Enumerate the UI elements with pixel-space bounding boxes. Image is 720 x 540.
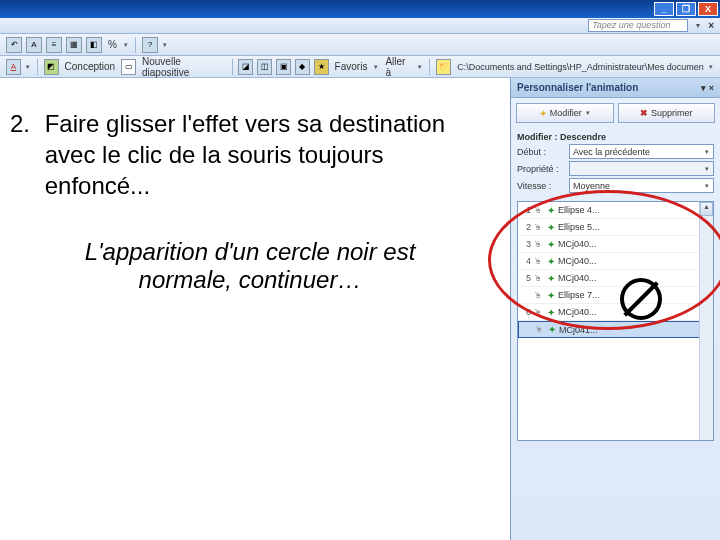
favorites-button[interactable]: Favoris bbox=[333, 61, 370, 72]
animation-list[interactable]: 1 🖱 ✦ Ellipse 4... 2 🖱 ✦ Ellipse 5... 3 … bbox=[517, 201, 714, 441]
chevron-down-icon: ▾ bbox=[704, 165, 710, 173]
close-button[interactable]: X bbox=[698, 2, 718, 16]
delete-x-icon: ✖ bbox=[640, 108, 648, 118]
animation-task-pane: Personnaliser l'animation ▾ × ✦ Modifier… bbox=[510, 78, 720, 540]
list-scrollbar[interactable]: ▲ bbox=[699, 202, 713, 440]
modify-label: Modifier bbox=[550, 108, 582, 118]
chevron-down-icon: ▾ bbox=[704, 182, 710, 190]
speed-row: Vitesse : Moyenne ▾ bbox=[517, 178, 714, 193]
effect-star-icon: ✦ bbox=[547, 222, 555, 233]
start-value: Avec la précédente bbox=[573, 147, 650, 157]
undo-icon[interactable]: ↶ bbox=[6, 37, 22, 53]
font-color-icon[interactable]: A bbox=[6, 59, 21, 75]
list-item[interactable]: 1 🖱 ✦ Ellipse 4... bbox=[518, 202, 713, 219]
font-color-dropdown-icon[interactable]: ▾ bbox=[25, 63, 31, 71]
file-path: C:\Documents and Settings\HP_Administrat… bbox=[455, 62, 704, 72]
start-select[interactable]: Avec la précédente ▾ bbox=[569, 144, 714, 159]
tb-icon-2[interactable]: ◫ bbox=[257, 59, 272, 75]
toolbar-separator bbox=[429, 59, 430, 75]
list-item-selected[interactable]: 🖱 ✦ MCj041... ▾ bbox=[518, 321, 713, 338]
new-slide-button[interactable]: Nouvelle diapositive bbox=[140, 56, 226, 78]
item-number: 2 bbox=[521, 222, 531, 232]
tb-icon-4[interactable]: ◆ bbox=[295, 59, 310, 75]
modify-star-icon: ✦ bbox=[539, 108, 547, 119]
path-dropdown-icon[interactable]: ▾ bbox=[708, 63, 714, 71]
new-slide-icon[interactable]: ▭ bbox=[121, 59, 136, 75]
folder-icon[interactable]: 📁 bbox=[436, 59, 451, 75]
font-icon[interactable]: A bbox=[26, 37, 42, 53]
help-dropdown-icon[interactable]: ▾ bbox=[696, 21, 700, 30]
task-pane-close-icon[interactable]: × bbox=[709, 83, 714, 93]
task-pane-title: Personnaliser l'animation bbox=[517, 82, 638, 93]
toolbar-overflow-icon[interactable]: ▾ bbox=[162, 41, 168, 49]
list-item[interactable]: 5 🖱 ✦ MCj040... bbox=[518, 270, 713, 287]
task-pane-buttons: ✦ Modifier ▾ ✖ Supprimer bbox=[511, 98, 720, 128]
tb-icon-3[interactable]: ▣ bbox=[276, 59, 291, 75]
list-item[interactable]: 3 🖱 ✦ MCj040... bbox=[518, 236, 713, 253]
task-pane-controls: ▾ × bbox=[701, 82, 714, 93]
design-button[interactable]: Conception bbox=[63, 61, 118, 72]
effect-star-icon: ✦ bbox=[547, 307, 555, 318]
help-icon[interactable]: ? bbox=[142, 37, 158, 53]
modify-effect-button[interactable]: ✦ Modifier ▾ bbox=[516, 103, 614, 123]
toolbar-separator bbox=[135, 37, 136, 53]
scroll-up-icon[interactable]: ▲ bbox=[700, 202, 713, 216]
effect-properties: Modifier : Descendre Début : Avec la pré… bbox=[511, 128, 720, 197]
delete-effect-button[interactable]: ✖ Supprimer bbox=[618, 103, 716, 123]
no-drop-cursor-icon bbox=[620, 278, 662, 320]
slide-content: 2. Faire glisser l'effet vers sa destina… bbox=[0, 78, 510, 540]
help-question-bar: Tapez une question ▾ × bbox=[0, 18, 720, 34]
instruction-step: 2. Faire glisser l'effet vers sa destina… bbox=[10, 108, 500, 202]
maximize-button[interactable]: ❐ bbox=[676, 2, 696, 16]
layout-icon[interactable]: ◧ bbox=[86, 37, 102, 53]
modify-dropdown-icon: ▾ bbox=[585, 109, 591, 117]
list-item[interactable]: 🖱 ✦ Ellipse 7... bbox=[518, 287, 713, 304]
help-question-input[interactable]: Tapez une question bbox=[588, 19, 688, 32]
start-row: Début : Avec la précédente ▾ bbox=[517, 144, 714, 159]
effect-star-icon: ✦ bbox=[547, 256, 555, 267]
main-area: 2. Faire glisser l'effet vers sa destina… bbox=[0, 78, 720, 540]
main-toolbar: A ▾ ◩ Conception ▭ Nouvelle diapositive … bbox=[0, 56, 720, 78]
mouse-icon: 🖱 bbox=[534, 291, 544, 300]
effect-star-icon: ✦ bbox=[547, 290, 555, 301]
help-close-icon[interactable]: × bbox=[708, 20, 714, 31]
mouse-icon: 🖱 bbox=[534, 274, 544, 283]
speed-label: Vitesse : bbox=[517, 181, 565, 191]
speed-value: Moyenne bbox=[573, 181, 610, 191]
toolbar-separator bbox=[232, 59, 233, 75]
goto-dropdown-icon[interactable]: ▾ bbox=[417, 63, 423, 71]
goto-button[interactable]: Aller à bbox=[383, 56, 413, 78]
zoom-dropdown-icon[interactable]: ▾ bbox=[123, 41, 129, 49]
favorites-dropdown-icon[interactable]: ▾ bbox=[373, 63, 379, 71]
item-number: 5 bbox=[521, 273, 531, 283]
item-number: 1 bbox=[521, 205, 531, 215]
speed-select[interactable]: Moyenne ▾ bbox=[569, 178, 714, 193]
window-titlebar: _ ❐ X bbox=[0, 0, 720, 18]
align-icon[interactable]: ≡ bbox=[46, 37, 62, 53]
list-item[interactable]: 2 🖱 ✦ Ellipse 5... bbox=[518, 219, 713, 236]
effect-star-icon: ✦ bbox=[548, 324, 556, 335]
list-item[interactable]: 6 🖱 ✦ MCj040... bbox=[518, 304, 713, 321]
tb-icon-1[interactable]: ◪ bbox=[238, 59, 253, 75]
design-icon[interactable]: ◩ bbox=[44, 59, 59, 75]
item-number: 6 bbox=[521, 307, 531, 317]
list-item[interactable]: 4 🖱 ✦ MCj040... bbox=[518, 253, 713, 270]
item-name: MCj040... bbox=[558, 239, 710, 249]
item-name: MCj040... bbox=[558, 256, 710, 266]
chevron-down-icon: ▾ bbox=[704, 148, 710, 156]
property-select: ▾ bbox=[569, 161, 714, 176]
task-pane-dropdown-icon[interactable]: ▾ bbox=[701, 83, 706, 93]
mouse-icon: 🖱 bbox=[534, 257, 544, 266]
effect-section-title: Modifier : Descendre bbox=[517, 132, 714, 142]
zoom-value[interactable]: % bbox=[106, 39, 119, 50]
formatting-toolbar: ↶ A ≡ ▦ ◧ % ▾ ? ▾ bbox=[0, 34, 720, 56]
step-text: Faire glisser l'effet vers sa destinatio… bbox=[45, 108, 455, 202]
effect-star-icon: ✦ bbox=[547, 273, 555, 284]
item-name: MCj041... bbox=[559, 325, 702, 335]
minimize-button[interactable]: _ bbox=[654, 2, 674, 16]
task-pane-header: Personnaliser l'animation ▾ × bbox=[511, 78, 720, 98]
item-number: 4 bbox=[521, 256, 531, 266]
grid-icon[interactable]: ▦ bbox=[66, 37, 82, 53]
favorites-icon[interactable]: ★ bbox=[314, 59, 329, 75]
property-label: Propriété : bbox=[517, 164, 565, 174]
